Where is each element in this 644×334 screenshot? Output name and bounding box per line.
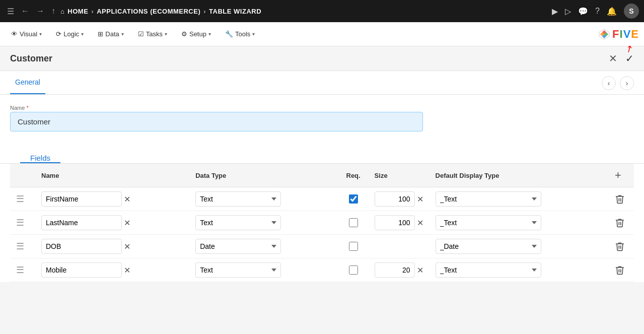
nav-tools[interactable]: 🔧 Tools ▾ bbox=[219, 26, 261, 42]
th-drag bbox=[10, 164, 35, 187]
avatar[interactable]: S bbox=[624, 4, 639, 19]
field-name-input[interactable] bbox=[41, 215, 122, 230]
size-input[interactable] bbox=[375, 191, 415, 207]
req-checkbox[interactable] bbox=[349, 218, 358, 227]
req-checkbox[interactable] bbox=[349, 194, 358, 204]
name-field-label: Name * bbox=[10, 105, 634, 111]
field-name-input[interactable] bbox=[41, 239, 122, 254]
size-input[interactable] bbox=[375, 262, 415, 278]
help-icon[interactable]: ? bbox=[595, 7, 600, 16]
play-icon[interactable]: ▶ bbox=[552, 7, 558, 16]
size-cell: ✕ bbox=[375, 262, 423, 278]
size-input[interactable] bbox=[375, 215, 415, 230]
delete-row-button[interactable] bbox=[615, 194, 625, 204]
field-name-cell: ✕ bbox=[41, 239, 183, 254]
breadcrumb: ⌂ HOME › APPLICATIONS (ECOMMERCE) › TABL… bbox=[60, 8, 261, 15]
prev-button[interactable]: ‹ bbox=[602, 76, 616, 90]
delete-row-button[interactable] bbox=[615, 218, 625, 228]
customer-title: Customer bbox=[10, 53, 52, 64]
data-icon: ⊞ bbox=[98, 30, 103, 38]
clear-size-button[interactable]: ✕ bbox=[417, 265, 423, 275]
setup-caret: ▾ bbox=[208, 31, 211, 37]
drag-handle[interactable]: ☰ bbox=[16, 241, 24, 251]
req-checkbox[interactable] bbox=[349, 265, 358, 275]
nav-visual[interactable]: 👁 Visual ▾ bbox=[5, 26, 48, 42]
customer-panel-header: Customer ✕ ✓ ↗ bbox=[0, 46, 644, 71]
breadcrumb-table-wizard[interactable]: TABLE WIZARD bbox=[209, 8, 261, 15]
five-logo: FIVE bbox=[598, 28, 639, 41]
name-input[interactable] bbox=[10, 112, 423, 131]
main-content: Customer ✕ ✓ ↗ General ‹ › Name * Fields bbox=[0, 46, 644, 282]
field-name-cell: ✕ bbox=[41, 215, 183, 230]
drag-handle[interactable]: ☰ bbox=[16, 265, 24, 275]
clear-name-button[interactable]: ✕ bbox=[124, 242, 130, 251]
field-name-input[interactable] bbox=[41, 262, 122, 278]
up-icon[interactable]: ↑ bbox=[49, 5, 57, 18]
table-row: ☰ ✕ TextDateIntegerDecimalBoolean ✕ _Tex… bbox=[10, 258, 634, 282]
display-type-select[interactable]: _Text_Date_Integer_Decimal bbox=[436, 262, 541, 278]
nav-logic[interactable]: ⟳ Logic ▾ bbox=[50, 26, 90, 42]
clear-name-button[interactable]: ✕ bbox=[124, 218, 130, 228]
menu-icon[interactable]: ☰ bbox=[5, 5, 16, 18]
preview-icon[interactable]: ▷ bbox=[565, 7, 571, 16]
drag-handle[interactable]: ☰ bbox=[16, 194, 24, 204]
drag-handle[interactable]: ☰ bbox=[16, 218, 24, 228]
req-checkbox[interactable] bbox=[349, 242, 358, 251]
display-type-select[interactable]: _Text_Date_Integer_Decimal bbox=[436, 215, 541, 230]
delete-row-button[interactable] bbox=[615, 265, 625, 275]
data-type-select[interactable]: TextDateIntegerDecimalBoolean bbox=[195, 262, 281, 278]
back-icon[interactable]: ← bbox=[19, 5, 31, 18]
size-cell: ✕ bbox=[375, 215, 423, 230]
table-row: ☰ ✕ TextDateIntegerDecimalBoolean ✕ _Tex… bbox=[10, 211, 634, 235]
breadcrumb-home[interactable]: HOME bbox=[67, 8, 88, 15]
tools-icon: 🔧 bbox=[225, 30, 233, 38]
save-check-button[interactable]: ✓ ↗ bbox=[625, 52, 634, 64]
fields-tab-label[interactable]: Fields bbox=[20, 150, 60, 163]
th-add: + bbox=[609, 164, 634, 187]
tab-general[interactable]: General bbox=[10, 71, 45, 94]
next-button[interactable]: › bbox=[620, 76, 634, 90]
display-type-select[interactable]: _Text_Date_Integer_Decimal bbox=[436, 191, 541, 207]
clear-name-button[interactable]: ✕ bbox=[124, 194, 130, 204]
th-datatype: Data Type bbox=[189, 164, 338, 187]
nav-setup-label: Setup bbox=[189, 30, 206, 38]
display-type-select[interactable]: _Text_Date_Integer_Decimal bbox=[436, 239, 541, 254]
table-row: ☰ ✕ TextDateIntegerDecimalBoolean_Text_D… bbox=[10, 235, 634, 258]
th-display-type: Default Display Type bbox=[430, 164, 609, 187]
close-button[interactable]: ✕ bbox=[609, 52, 617, 64]
visual-caret: ▾ bbox=[39, 31, 42, 37]
breadcrumb-applications[interactable]: APPLICATIONS (ECOMMERCE) bbox=[97, 8, 200, 15]
th-name: Name bbox=[35, 164, 189, 187]
home-icon: ⌂ bbox=[60, 8, 64, 15]
tools-caret: ▾ bbox=[252, 31, 255, 37]
tabs-bar: General ‹ › bbox=[0, 71, 644, 95]
nav-tools-label: Tools bbox=[235, 30, 250, 38]
chat-icon[interactable]: 💬 bbox=[578, 7, 588, 16]
notification-icon[interactable]: 🔔 bbox=[607, 7, 617, 16]
clear-size-button[interactable]: ✕ bbox=[417, 194, 423, 204]
clear-size-button[interactable]: ✕ bbox=[417, 218, 423, 228]
visual-icon: 👁 bbox=[11, 30, 18, 38]
logic-icon: ⟳ bbox=[56, 30, 61, 38]
th-req: Req. bbox=[338, 164, 369, 187]
field-name-cell: ✕ bbox=[41, 191, 183, 207]
add-field-button[interactable]: + bbox=[615, 169, 621, 182]
data-type-select[interactable]: TextDateIntegerDecimalBoolean bbox=[195, 215, 281, 230]
nav-tasks[interactable]: ☑ Tasks ▾ bbox=[132, 26, 173, 42]
delete-row-button[interactable] bbox=[615, 241, 625, 251]
nav-setup[interactable]: ⚙ Setup ▾ bbox=[175, 26, 217, 42]
forward-icon[interactable]: → bbox=[34, 5, 46, 18]
form-section: Name * bbox=[0, 95, 644, 150]
data-type-select[interactable]: TextDateIntegerDecimalBoolean bbox=[195, 191, 281, 207]
field-name-input[interactable] bbox=[41, 191, 122, 207]
nav-data[interactable]: ⊞ Data ▾ bbox=[92, 26, 129, 42]
tab-nav-arrows: ‹ › bbox=[602, 76, 634, 94]
table-row: ☰ ✕ TextDateIntegerDecimalBoolean ✕ _Tex… bbox=[10, 187, 634, 211]
nav-data-label: Data bbox=[105, 30, 119, 38]
data-type-select[interactable]: TextDateIntegerDecimalBoolean bbox=[195, 239, 281, 254]
fields-section-header: Fields bbox=[0, 150, 644, 164]
tasks-icon: ☑ bbox=[138, 30, 144, 38]
tasks-caret: ▾ bbox=[165, 31, 167, 37]
clear-name-button[interactable]: ✕ bbox=[124, 265, 130, 275]
header-actions: ✕ ✓ ↗ bbox=[609, 52, 634, 64]
